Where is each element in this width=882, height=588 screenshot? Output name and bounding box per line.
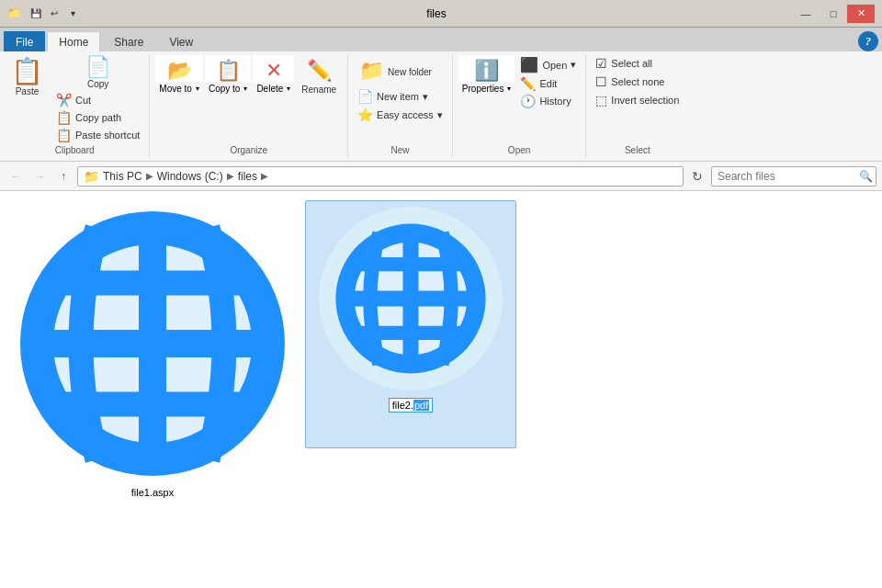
minimize-button[interactable]: — xyxy=(792,5,820,23)
tab-view[interactable]: View xyxy=(157,31,205,51)
forward-button[interactable]: → xyxy=(29,166,50,187)
select-all-icon: ☑ xyxy=(595,56,607,71)
ribbon-group-organize: 📂 Move to▾ 📋 Copy to▾ ✕ xyxy=(150,55,348,157)
refresh-button[interactable]: ↻ xyxy=(687,166,707,187)
qat-save[interactable]: 💾 xyxy=(28,6,44,22)
easy-access-button[interactable]: ⭐ Easy access ▾ xyxy=(354,107,447,123)
copy-button[interactable]: 📄 Copy xyxy=(52,55,143,91)
main-area: file1.aspx file2.pdf xyxy=(0,191,882,588)
new-item-button[interactable]: 📄 New item ▾ xyxy=(354,88,432,105)
window-icon: 📁 xyxy=(7,6,22,21)
new-folder-button[interactable]: 📁 New folder xyxy=(354,55,437,86)
move-to-arrow[interactable]: Move to▾ xyxy=(155,83,203,96)
list-item[interactable]: file1.aspx xyxy=(9,200,296,503)
organize-group-label: Organize xyxy=(155,143,342,157)
invert-selection-button[interactable]: ⬚ Invert selection xyxy=(592,92,683,108)
paste-button[interactable]: 📋 Paste xyxy=(6,55,49,100)
copy-to-chevron: ▾ xyxy=(243,85,247,93)
tab-file[interactable]: File xyxy=(4,31,45,51)
easy-access-label: Easy access xyxy=(377,109,434,120)
open-chevron: ▾ xyxy=(571,59,576,71)
title-bar-left: 📁 💾 ↩ ▾ xyxy=(7,6,81,22)
path-sep-3: ▶ xyxy=(261,171,268,181)
cut-button[interactable]: ✂️ Cut xyxy=(52,92,143,108)
file-name-ext: pdf xyxy=(413,400,429,411)
copy-icon: 📄 xyxy=(85,57,110,77)
copy-path-icon: 📋 xyxy=(56,110,72,125)
ribbon-group-select: ☑ Select all ☐ Select none ⬚ Invert sele… xyxy=(586,55,688,157)
copy-to-arrow[interactable]: Copy to▾ xyxy=(205,83,251,96)
tab-home[interactable]: Home xyxy=(47,31,100,51)
delete-arrow[interactable]: Delete▾ xyxy=(253,83,294,96)
copy-to-button[interactable]: 📋 Copy to▾ xyxy=(205,55,251,96)
edit-button[interactable]: ✏️ Edit xyxy=(516,75,580,92)
move-to-chevron: ▾ xyxy=(196,85,199,93)
address-bar: ← → ↑ 📁 This PC ▶ Windows (C:) ▶ files ▶… xyxy=(0,162,882,191)
copy-to-icon-area: 📋 xyxy=(205,55,251,83)
address-path[interactable]: 📁 This PC ▶ Windows (C:) ▶ files ▶ xyxy=(77,166,684,187)
paste-shortcut-button[interactable]: 📋 Paste shortcut xyxy=(52,127,143,143)
file-icon xyxy=(333,220,489,377)
file-icon xyxy=(15,206,290,481)
cut-label: Cut xyxy=(75,95,91,106)
copy-path-label: Copy path xyxy=(75,112,121,123)
qat-undo[interactable]: ↩ xyxy=(46,6,62,22)
search-box: 🔍 xyxy=(711,166,876,187)
search-input[interactable] xyxy=(718,170,855,183)
new-item-icon: 📄 xyxy=(357,89,373,104)
ribbon-content: 📋 Paste 📄 Copy ✂️ Cut 📋 Copy path xyxy=(0,51,882,161)
invert-selection-label: Invert selection xyxy=(611,95,679,106)
properties-arrow[interactable]: Properties▾ xyxy=(458,83,515,96)
new-content: 📁 New folder 📄 New item ▾ ⭐ Easy access … xyxy=(354,55,447,143)
new-folder-icon: 📁 xyxy=(359,59,384,83)
back-button[interactable]: ← xyxy=(6,166,26,187)
close-button[interactable]: ✕ xyxy=(847,5,875,23)
file-view: file1.aspx file2.pdf xyxy=(0,191,882,588)
properties-label: Properties xyxy=(462,84,504,94)
search-icon[interactable]: 🔍 xyxy=(859,170,873,183)
open-label: Open xyxy=(542,60,567,71)
file-name: file1.aspx xyxy=(131,487,174,498)
paste-shortcut-icon: 📋 xyxy=(56,128,72,142)
clipboard-small-btns: 📄 Copy ✂️ Cut 📋 Copy path 📋 Paste shortc… xyxy=(52,55,143,143)
path-part-thispc: This PC xyxy=(103,170,142,183)
open-group-label: Open xyxy=(458,143,581,157)
move-to-button[interactable]: 📂 Move to▾ xyxy=(155,55,203,96)
clipboard-content: 📋 Paste 📄 Copy ✂️ Cut 📋 Copy path xyxy=(6,55,143,143)
ribbon-group-open: ℹ️ Properties▾ ⬛ Open ▾ ✏️ Edit xyxy=(453,55,587,157)
organize-content: 📂 Move to▾ 📋 Copy to▾ ✕ xyxy=(155,55,342,143)
open-icon: ⬛ xyxy=(520,56,538,74)
path-part-drive: Windows (C:) xyxy=(157,170,223,183)
cut-icon: ✂️ xyxy=(56,93,72,107)
maximize-button[interactable]: □ xyxy=(820,5,847,23)
history-label: History xyxy=(539,96,571,107)
delete-icon-area: ✕ xyxy=(253,55,294,83)
properties-button[interactable]: ℹ️ Properties▾ xyxy=(458,55,515,96)
list-item[interactable]: file2.pdf xyxy=(305,200,516,448)
ribbon-tab-list: File Home Share View ? xyxy=(0,28,882,51)
delete-button[interactable]: ✕ Delete▾ xyxy=(253,55,294,96)
rename-icon: ✏️ xyxy=(307,59,332,83)
open-button[interactable]: ⬛ Open ▾ xyxy=(516,55,580,74)
paste-shortcut-label: Paste shortcut xyxy=(75,130,140,141)
path-sep-2: ▶ xyxy=(227,171,234,181)
rename-button[interactable]: ✏️ Rename xyxy=(296,55,342,98)
paste-icon: 📋 xyxy=(11,59,43,85)
select-none-button[interactable]: ☐ Select none xyxy=(592,74,668,90)
delete-label: Delete xyxy=(256,84,283,94)
easy-access-chevron: ▾ xyxy=(437,109,443,121)
select-all-button[interactable]: ☑ Select all xyxy=(592,55,656,72)
tab-share[interactable]: Share xyxy=(102,31,155,51)
select-group-label: Select xyxy=(592,143,683,157)
new-item-chevron: ▾ xyxy=(423,91,428,103)
ribbon-group-clipboard: 📋 Paste 📄 Copy ✂️ Cut 📋 Copy path xyxy=(0,55,150,157)
properties-icon: ℹ️ xyxy=(474,59,499,83)
copy-to-icon: 📋 xyxy=(216,59,241,83)
copy-label: Copy xyxy=(87,79,108,89)
up-button[interactable]: ↑ xyxy=(53,166,74,187)
help-button[interactable]: ? xyxy=(858,31,878,51)
history-button[interactable]: 🕐 History xyxy=(516,93,580,109)
copy-path-button[interactable]: 📋 Copy path xyxy=(52,109,143,126)
properties-icon-area: ℹ️ xyxy=(458,55,515,83)
qat-dropdown[interactable]: ▾ xyxy=(64,6,81,22)
